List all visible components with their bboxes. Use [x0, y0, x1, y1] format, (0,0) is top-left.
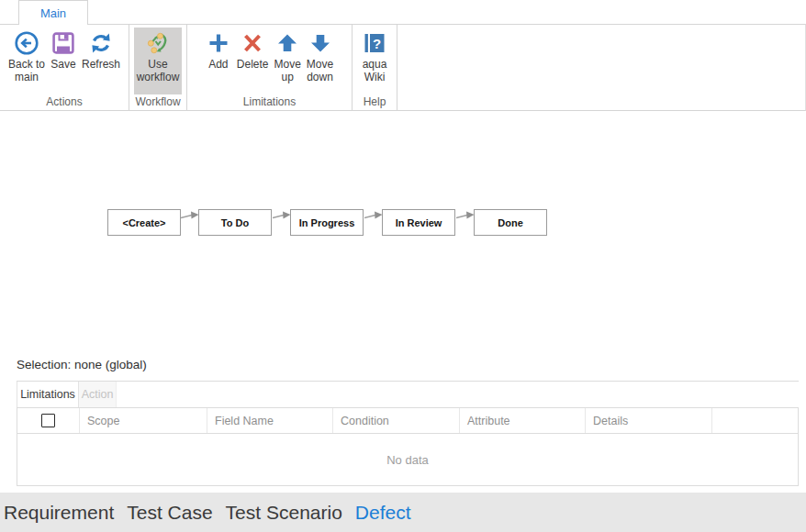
no-data-message: No data	[386, 453, 429, 467]
ribbon: Back to main Save	[0, 24, 806, 111]
group-label-limitations: Limitations	[187, 95, 352, 108]
move-down-button[interactable]: Move down	[304, 28, 336, 83]
move-down-label: Move down	[307, 59, 333, 83]
workflow-arrow-icon	[273, 210, 291, 221]
workflow-graph-icon	[145, 29, 171, 57]
column-header-scope[interactable]: Scope	[80, 408, 207, 433]
ribbon-group-workflow: Use workflow Workflow	[129, 25, 187, 110]
group-label-help: Help	[353, 95, 397, 108]
workflow-arrow-icon	[364, 210, 383, 221]
aqua-wiki-button[interactable]: ? aqua Wiki	[359, 28, 390, 83]
arrow-up-icon	[274, 29, 300, 57]
save-button[interactable]: Save	[48, 28, 79, 72]
workflow-node-in-review[interactable]: In Review	[382, 209, 455, 236]
tab-action-disabled: Action	[79, 382, 117, 407]
save-label: Save	[50, 59, 75, 72]
ribbon-group-actions: Back to main Save	[0, 25, 129, 110]
tab-main[interactable]: Main	[18, 0, 88, 25]
delete-button[interactable]: Delete	[234, 28, 272, 72]
group-label-actions: Actions	[0, 95, 129, 108]
item-type-bar: Requirement Test Case Test Scenario Defe…	[0, 493, 806, 532]
column-header-field-name[interactable]: Field Name	[207, 408, 333, 433]
aqua-wiki-label: aqua Wiki	[363, 59, 387, 83]
move-up-button[interactable]: Move up	[272, 28, 304, 83]
group-label-workflow: Workflow	[129, 95, 186, 108]
add-button[interactable]: Add	[203, 28, 234, 72]
svg-text:?: ?	[373, 36, 381, 51]
workflow-node-todo[interactable]: To Do	[198, 209, 272, 236]
workflow-node-done[interactable]: Done	[474, 209, 547, 236]
use-workflow-label: Use workflow	[137, 59, 180, 83]
limitations-table: Scope Field Name Condition Attribute Det…	[17, 407, 799, 486]
ribbon-group-help: ? aqua Wiki Help	[353, 25, 397, 110]
selection-label: Selection: none (global)	[17, 358, 147, 371]
column-header-empty	[712, 408, 798, 433]
refresh-cycle-icon	[88, 29, 114, 57]
workflow-node-create[interactable]: <Create>	[107, 209, 181, 236]
back-circle-arrow-icon	[14, 29, 39, 57]
x-delete-icon	[240, 29, 265, 57]
add-label: Add	[208, 59, 228, 72]
footer-item-defect[interactable]: Defect	[355, 502, 411, 524]
select-all-checkbox[interactable]	[41, 414, 55, 427]
help-book-icon: ?	[362, 29, 387, 57]
floppy-disk-icon	[50, 29, 76, 57]
ribbon-group-limitations: Add Delete Move up	[187, 25, 353, 110]
column-header-details[interactable]: Details	[586, 408, 712, 433]
column-header-condition[interactable]: Condition	[333, 408, 460, 433]
footer-item-requirement[interactable]: Requirement	[4, 502, 114, 524]
back-to-main-label: Back to main	[8, 59, 45, 83]
select-all-cell	[17, 408, 80, 433]
panel-tabstrip: Limitations Action	[17, 381, 799, 407]
workflow-node-in-progress[interactable]: In Progress	[290, 209, 364, 236]
refresh-button[interactable]: Refresh	[79, 28, 123, 72]
plus-icon	[206, 29, 231, 57]
table-header-row: Scope Field Name Condition Attribute Det…	[17, 408, 798, 434]
move-up-label: Move up	[274, 59, 301, 83]
workflow-arrow-icon	[456, 210, 475, 221]
refresh-label: Refresh	[82, 59, 120, 72]
footer-item-test-case[interactable]: Test Case	[127, 502, 212, 524]
table-body: No data	[17, 434, 798, 485]
tab-limitations[interactable]: Limitations	[17, 382, 79, 407]
workflow-arrow-icon	[181, 210, 199, 221]
delete-label: Delete	[237, 59, 269, 72]
footer-item-test-scenario[interactable]: Test Scenario	[226, 502, 342, 524]
back-to-main-button[interactable]: Back to main	[6, 28, 48, 83]
column-header-attribute[interactable]: Attribute	[460, 408, 586, 433]
arrow-down-icon	[308, 29, 333, 57]
use-workflow-button[interactable]: Use workflow	[134, 28, 182, 94]
